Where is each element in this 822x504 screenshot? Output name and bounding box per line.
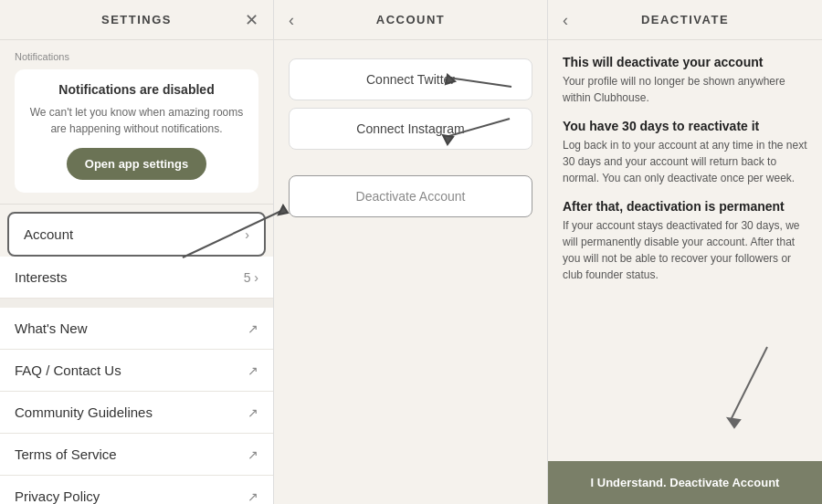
- settings-header: SETTINGS ✕: [0, 0, 273, 40]
- account-back-button[interactable]: ‹: [289, 10, 294, 29]
- privacy-icon: ↗: [248, 489, 258, 504]
- account-panel: ‹ ACCOUNT Connect Twitter Connect Instag…: [274, 0, 548, 504]
- deactivate-back-button[interactable]: ‹: [563, 10, 568, 29]
- privacy-menu-item[interactable]: Privacy Policy ↗: [0, 476, 273, 504]
- deact-heading-2: You have 30 days to reactivate it: [563, 119, 807, 133]
- deact-section-1: This will deactivate your account Your p…: [563, 55, 807, 106]
- confirm-deactivate-button[interactable]: I Understand. Deactivate Account: [548, 461, 822, 504]
- settings-panel: SETTINGS ✕ Notifications Notifications a…: [0, 0, 274, 504]
- settings-menu-list: Account › Interests 5 › What's New ↗ FAQ…: [0, 205, 273, 504]
- deact-section-2: You have 30 days to reactivate it Log ba…: [563, 119, 807, 186]
- account-options: Connect Twitter Connect Instagram Deacti…: [274, 40, 547, 236]
- notifications-card: Notifications are disabled We can't let …: [15, 69, 258, 193]
- tos-label: Terms of Service: [15, 446, 117, 462]
- notifications-title: Notifications are disabled: [29, 82, 244, 97]
- settings-title: SETTINGS: [101, 13, 172, 26]
- account-label: Account: [24, 226, 73, 242]
- deact-heading-3: After that, deactivation is permanent: [563, 199, 807, 214]
- notifications-label: Notifications: [15, 51, 258, 62]
- connect-instagram-button[interactable]: Connect Instagram: [289, 108, 532, 150]
- tos-menu-item[interactable]: Terms of Service ↗: [0, 434, 273, 476]
- privacy-label: Privacy Policy: [15, 488, 100, 504]
- account-menu-item[interactable]: Account ›: [7, 212, 266, 257]
- faq-icon: ↗: [248, 363, 258, 378]
- deactivate-account-button[interactable]: Deactivate Account: [289, 175, 532, 217]
- deactivate-panel: ‹ DEACTIVATE This will deactivate your a…: [548, 0, 822, 504]
- deact-text-3: If your account stays deactivated for 30…: [563, 217, 807, 283]
- whats-new-menu-item[interactable]: What's New ↗: [0, 308, 273, 350]
- interests-right: 5 ›: [244, 270, 258, 285]
- whats-new-label: What's New: [15, 320, 88, 336]
- connect-twitter-button[interactable]: Connect Twitter: [289, 58, 532, 100]
- faq-menu-item[interactable]: FAQ / Contact Us ↗: [0, 350, 273, 392]
- interests-menu-item[interactable]: Interests 5 ›: [0, 257, 273, 299]
- deact-heading-1: This will deactivate your account: [563, 55, 807, 69]
- deact-text-2: Log back in to your account at any time …: [563, 137, 807, 186]
- community-menu-item[interactable]: Community Guidelines ↗: [0, 392, 273, 434]
- deactivate-header: ‹ DEACTIVATE: [548, 0, 822, 40]
- community-icon: ↗: [248, 405, 258, 420]
- account-title: ACCOUNT: [376, 13, 446, 26]
- deact-section-3: After that, deactivation is permanent If…: [563, 199, 807, 283]
- close-button[interactable]: ✕: [245, 10, 258, 30]
- deactivate-content: This will deactivate your account Your p…: [548, 40, 822, 461]
- account-header: ‹ ACCOUNT: [274, 0, 547, 40]
- account-chevron: ›: [245, 227, 249, 242]
- menu-divider-1: [0, 299, 273, 308]
- notifications-section: Notifications Notifications are disabled…: [0, 40, 273, 205]
- deactivate-title: DEACTIVATE: [641, 13, 729, 26]
- community-label: Community Guidelines: [15, 404, 153, 420]
- open-app-settings-button[interactable]: Open app settings: [67, 148, 206, 180]
- tos-icon: ↗: [248, 447, 258, 462]
- interests-label: Interests: [15, 269, 68, 285]
- notifications-description: We can't let you know when amazing rooms…: [29, 104, 244, 137]
- deact-text-1: Your profile will no longer be shown any…: [563, 73, 807, 106]
- whats-new-icon: ↗: [248, 321, 258, 336]
- faq-label: FAQ / Contact Us: [15, 362, 121, 378]
